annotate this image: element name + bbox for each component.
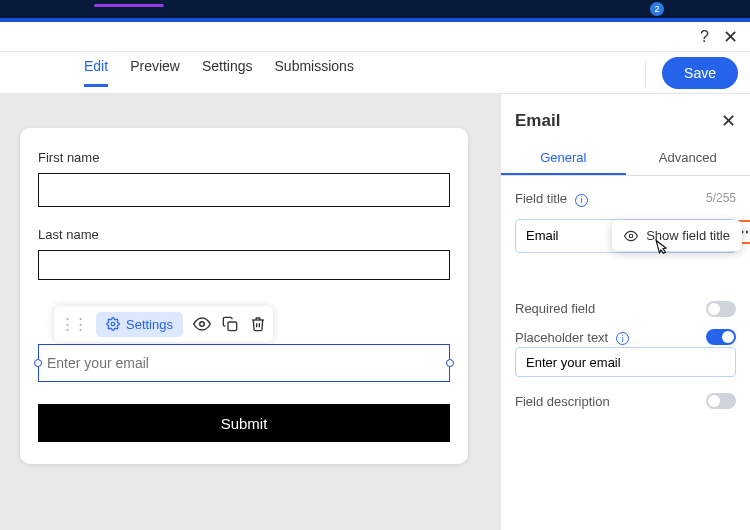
- placeholder-text-input[interactable]: [515, 347, 736, 377]
- panel-body: Field title i 5/255 ⋯ Show field title R…: [501, 176, 750, 435]
- svg-point-3: [629, 234, 633, 238]
- gear-icon: [106, 317, 120, 331]
- svg-point-0: [111, 322, 115, 326]
- editor-header: Edit Preview Settings Submissions Save: [0, 52, 750, 94]
- app-topbar: 2: [0, 0, 750, 18]
- placeholder-toggle[interactable]: [706, 329, 736, 345]
- close-icon[interactable]: ✕: [723, 26, 738, 48]
- properties-panel: Email ✕ General Advanced Field title i 5…: [500, 94, 750, 530]
- last-name-label: Last name: [38, 227, 450, 242]
- save-button[interactable]: Save: [662, 57, 738, 89]
- form-canvas[interactable]: First name Last name ⋮⋮ Settings: [0, 94, 500, 530]
- form-card: First name Last name ⋮⋮ Settings: [20, 128, 468, 464]
- required-field-toggle[interactable]: [706, 301, 736, 317]
- app-header-row: ? ✕: [0, 22, 750, 52]
- field-last-name[interactable]: Last name: [38, 227, 450, 280]
- editor-tabs: Edit Preview Settings Submissions: [84, 58, 354, 87]
- svg-point-1: [200, 322, 205, 327]
- panel-close-icon[interactable]: ✕: [721, 110, 736, 132]
- show-field-title-popover[interactable]: Show field title: [612, 220, 742, 251]
- field-title-label: Field title: [515, 191, 567, 206]
- field-title-counter: 5/255: [706, 191, 736, 205]
- tab-edit[interactable]: Edit: [84, 58, 108, 87]
- eye-icon: [624, 229, 638, 243]
- submit-button[interactable]: Submit: [38, 404, 450, 442]
- field-description-label: Field description: [515, 394, 610, 409]
- email-input[interactable]: [38, 344, 450, 382]
- svg-rect-2: [228, 322, 237, 331]
- tab-settings[interactable]: Settings: [202, 58, 253, 87]
- field-first-name[interactable]: First name: [38, 150, 450, 207]
- header-divider: [645, 60, 646, 86]
- last-name-input[interactable]: [38, 250, 450, 280]
- field-settings-button[interactable]: Settings: [96, 312, 183, 337]
- required-field-label: Required field: [515, 301, 595, 316]
- field-toolbar: ⋮⋮ Settings: [54, 306, 273, 342]
- first-name-input[interactable]: [38, 173, 450, 207]
- info-icon[interactable]: i: [575, 194, 588, 207]
- notifications-badge[interactable]: 2: [650, 2, 664, 16]
- delete-icon[interactable]: [249, 315, 267, 333]
- placeholder-text-label: Placeholder text: [515, 330, 608, 345]
- workspace: First name Last name ⋮⋮ Settings: [0, 94, 750, 530]
- help-icon[interactable]: ?: [700, 28, 709, 46]
- tab-submissions[interactable]: Submissions: [275, 58, 354, 87]
- tab-preview[interactable]: Preview: [130, 58, 180, 87]
- field-description-toggle[interactable]: [706, 393, 736, 409]
- field-settings-label: Settings: [126, 317, 173, 332]
- panel-tabs: General Advanced: [501, 142, 750, 176]
- drag-handle-icon[interactable]: ⋮⋮: [60, 315, 86, 333]
- panel-title: Email: [515, 111, 560, 131]
- info-icon[interactable]: i: [616, 332, 629, 345]
- duplicate-icon[interactable]: [221, 315, 239, 333]
- panel-tab-advanced[interactable]: Advanced: [626, 142, 751, 175]
- field-email-selected[interactable]: ⋮⋮ Settings: [38, 344, 450, 382]
- panel-tab-general[interactable]: General: [501, 142, 626, 175]
- first-name-label: First name: [38, 150, 450, 165]
- preview-icon[interactable]: [193, 315, 211, 333]
- resize-handle-right[interactable]: [446, 359, 454, 367]
- resize-handle-left[interactable]: [34, 359, 42, 367]
